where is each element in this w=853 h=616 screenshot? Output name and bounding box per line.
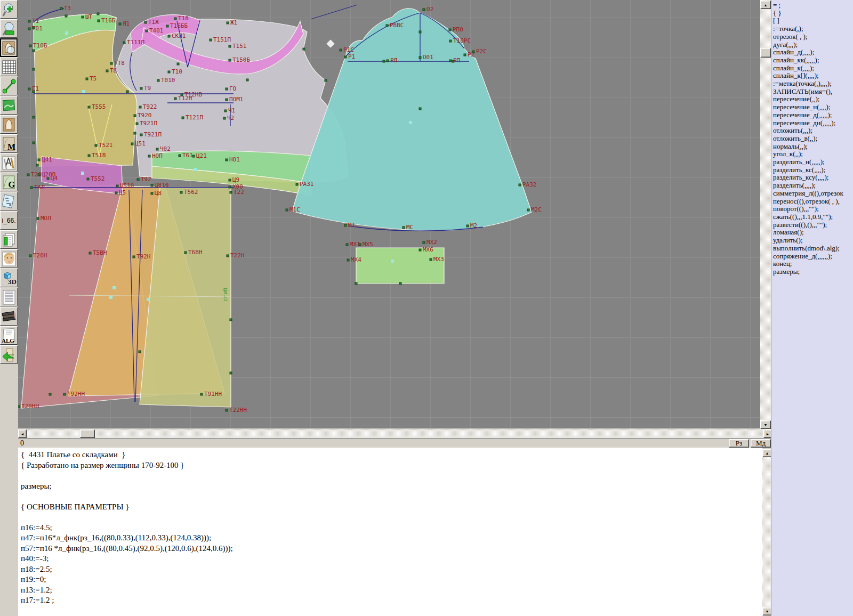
pattern-canvas[interactable]: Т3Т1Т01Т10БШТТ16БЯ1Т1ЖТ401Т18Т16ББСКЛ1Т1… bbox=[18, 0, 760, 428]
point-marker bbox=[229, 186, 231, 188]
point-marker bbox=[123, 42, 125, 44]
image-icon bbox=[2, 99, 16, 112]
canvas-hscroll-thumb[interactable] bbox=[80, 429, 95, 438]
point-marker bbox=[36, 164, 38, 166]
command-item[interactable]: { } bbox=[773, 10, 853, 18]
point-label: Т01 bbox=[32, 25, 43, 32]
ruler-button[interactable]: 8 bbox=[0, 192, 18, 210]
command-item[interactable]: ломаная(); bbox=[773, 229, 853, 237]
text-list-button[interactable] bbox=[0, 288, 18, 306]
preview-pattern-button[interactable] bbox=[0, 38, 18, 57]
editor-line: п17:=1.2 ; bbox=[21, 595, 762, 606]
point-label: Т401 bbox=[149, 27, 164, 34]
portrait-button[interactable] bbox=[0, 249, 18, 268]
command-item[interactable]: [ ] bbox=[773, 17, 853, 25]
point-label: Т111П bbox=[127, 39, 144, 46]
grid-button[interactable] bbox=[0, 58, 18, 76]
command-item[interactable]: отложить(,,,); bbox=[773, 127, 853, 135]
command-item[interactable]: пересечение_н(,,,,); bbox=[773, 103, 853, 111]
command-item[interactable]: отрезок( , ); bbox=[773, 33, 853, 41]
point-label: М2С bbox=[531, 206, 542, 213]
zoom-out-button[interactable] bbox=[0, 19, 18, 38]
command-item[interactable]: разделить_ксу(,,,,); bbox=[773, 174, 853, 182]
command-item[interactable]: поворот((),,,""); bbox=[773, 205, 853, 213]
g-doc-label: G bbox=[9, 180, 15, 190]
point-marker bbox=[82, 16, 84, 18]
command-item[interactable]: пересечение_д(,,,,,); bbox=[773, 111, 853, 119]
point-marker bbox=[227, 22, 229, 24]
command-item[interactable]: пересечение(,,); bbox=[773, 95, 853, 103]
canvas-hscrollbar[interactable] bbox=[18, 429, 772, 438]
point-marker bbox=[387, 60, 389, 62]
point-marker bbox=[136, 123, 138, 125]
command-item[interactable]: угол_к(,,); bbox=[773, 150, 853, 158]
books-button[interactable] bbox=[0, 307, 18, 326]
segment-button[interactable] bbox=[0, 77, 18, 95]
pattern-piece-button[interactable] bbox=[0, 115, 18, 134]
command-item[interactable]: ЗАПИСАТЬ(имя=(), bbox=[773, 88, 853, 96]
point-marker bbox=[223, 117, 226, 119]
command-item[interactable]: нормаль(,,); bbox=[773, 143, 853, 151]
command-item[interactable]: перенос((),отрезок( , ), bbox=[773, 198, 853, 206]
command-sidebar: = ;{ }[ ]:=точка(,);отрезок( , );дуга(,,… bbox=[771, 0, 853, 616]
command-item[interactable]: дуга(,,,); bbox=[773, 41, 853, 49]
point-marker bbox=[33, 50, 35, 52]
back-arrow-button[interactable] bbox=[0, 345, 18, 364]
point-marker bbox=[166, 25, 168, 27]
command-item[interactable]: сплайн_кк(,,,,,); bbox=[773, 56, 853, 64]
zoom-in-button[interactable] bbox=[0, 0, 18, 19]
drawing-tools-button[interactable] bbox=[0, 153, 18, 172]
canvas-hscroll-left[interactable]: ◄ bbox=[18, 429, 27, 438]
command-item[interactable]: разделить_н(,,,,,); bbox=[773, 158, 853, 166]
point-label: МХ5 bbox=[363, 241, 373, 248]
point-label: Т61 bbox=[182, 152, 193, 159]
command-item[interactable]: выполнить(dmod\.alg); bbox=[773, 245, 853, 253]
g-doc-button[interactable]: G bbox=[0, 173, 18, 191]
command-item[interactable]: сжать((),,,1.1,0.9,""); bbox=[773, 213, 853, 221]
point-marker bbox=[29, 45, 31, 47]
command-item[interactable]: отложить_в(,,); bbox=[773, 135, 853, 143]
point-marker bbox=[246, 79, 248, 81]
point-label: ГО bbox=[229, 85, 236, 92]
command-item[interactable]: симметрия_л((),отрезок bbox=[773, 190, 853, 198]
command-item[interactable]: :=метка(точка(,),,,,); bbox=[773, 80, 853, 88]
rz-button[interactable]: Рз bbox=[729, 439, 749, 448]
point-marker bbox=[430, 258, 432, 261]
m-doc-button[interactable]: M bbox=[0, 134, 18, 153]
point-marker bbox=[18, 406, 20, 408]
code-editor[interactable]: { 4431 Платье со складками }{ Разработан… bbox=[16, 448, 762, 616]
command-item[interactable]: пересечение_дн(,,,,,); bbox=[773, 119, 853, 127]
threed-button[interactable]: 3D bbox=[0, 269, 18, 287]
md-button[interactable]: Мд bbox=[751, 439, 771, 448]
command-item[interactable]: сплайн_д(,,,,); bbox=[773, 48, 853, 56]
point-label: Т22 bbox=[234, 189, 244, 196]
m-doc-label: M bbox=[7, 142, 15, 152]
canvas-vscrollbar[interactable] bbox=[760, 0, 771, 429]
point-label: МОЛ bbox=[41, 215, 51, 222]
command-item[interactable]: удалить(); bbox=[773, 237, 853, 245]
canvas-vscroll-thumb[interactable] bbox=[760, 48, 771, 58]
point-marker bbox=[296, 183, 298, 185]
command-item[interactable]: :=точка(,); bbox=[773, 25, 853, 33]
canvas-vscroll-up[interactable]: ▲ bbox=[760, 1, 771, 9]
i66-button[interactable]: i_66. bbox=[0, 211, 18, 230]
command-item[interactable]: сопряжение_д(,,,,,,); bbox=[773, 253, 853, 261]
command-item[interactable]: сплайн_к(,,,,); bbox=[773, 64, 853, 72]
command-item[interactable]: сплайн_к[](,,,,); bbox=[773, 72, 853, 80]
command-item[interactable]: развести((),(),,,""); bbox=[773, 221, 853, 229]
image-button[interactable] bbox=[0, 96, 18, 115]
point-marker bbox=[347, 259, 349, 261]
pattern-pieces bbox=[21, 9, 532, 408]
alg-doc-button[interactable]: ALG bbox=[0, 326, 18, 345]
canvas-vscroll-down[interactable]: ▼ bbox=[760, 420, 771, 429]
command-item[interactable]: конец; bbox=[773, 260, 853, 268]
command-item[interactable]: разделить(,,,,); bbox=[773, 182, 853, 190]
selected-point-marker bbox=[65, 31, 68, 35]
command-item[interactable]: разделить_кс(,,,,); bbox=[773, 166, 853, 174]
table-chart-button[interactable] bbox=[0, 230, 18, 249]
command-item[interactable]: размеры; bbox=[773, 268, 853, 276]
point-label: Т552 bbox=[91, 175, 105, 182]
point-marker bbox=[346, 244, 348, 246]
selected-point-marker bbox=[109, 296, 112, 299]
command-item[interactable]: = ; bbox=[773, 2, 853, 10]
